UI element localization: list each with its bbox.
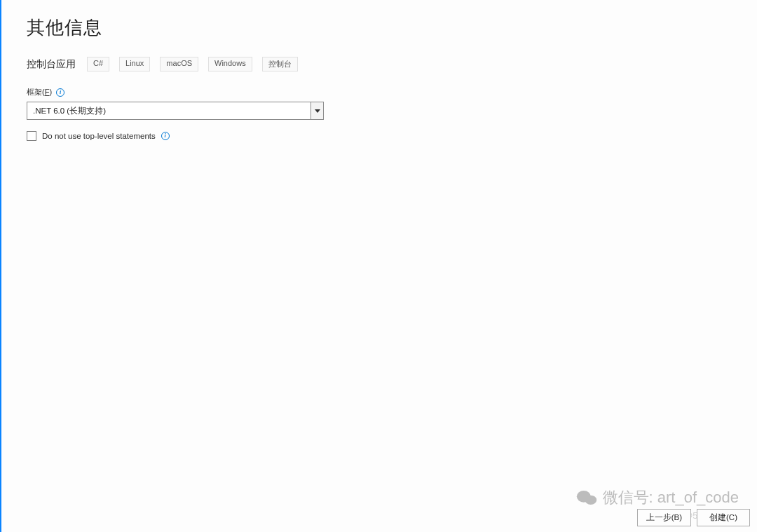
create-button[interactable]: 创建(C) bbox=[697, 509, 750, 526]
framework-dropdown-value: .NET 6.0 (长期支持) bbox=[27, 102, 311, 119]
project-tags: C# Linux macOS Windows 控制台 bbox=[87, 57, 298, 71]
tag-macos: macOS bbox=[160, 57, 198, 71]
tag-windows: Windows bbox=[208, 57, 252, 71]
tag-linux: Linux bbox=[119, 57, 150, 71]
framework-label-row: 框架(F) i bbox=[27, 87, 743, 97]
wizard-content: 其他信息 控制台应用 C# Linux macOS Windows 控制台 框架… bbox=[27, 15, 743, 141]
framework-label: 框架(F) bbox=[27, 87, 52, 97]
info-icon[interactable]: i bbox=[56, 88, 64, 97]
watermark-text: 微信号: art_of_code bbox=[603, 487, 739, 508]
chevron-down-icon bbox=[315, 109, 320, 113]
project-type-row: 控制台应用 C# Linux macOS Windows 控制台 bbox=[27, 57, 743, 71]
info-icon[interactable]: i bbox=[161, 132, 170, 140]
window-accent-bar bbox=[0, 0, 1, 532]
watermark: 微信号: art_of_code bbox=[576, 487, 739, 508]
wechat-icon bbox=[576, 487, 597, 508]
tag-console: 控制台 bbox=[262, 57, 298, 71]
tag-csharp: C# bbox=[87, 57, 109, 71]
framework-dropdown-button[interactable] bbox=[311, 102, 323, 119]
svg-point-0 bbox=[576, 491, 590, 503]
toplevel-checkbox[interactable] bbox=[27, 131, 36, 141]
framework-label-prefix: 框架( bbox=[27, 88, 45, 96]
framework-label-suffix: ) bbox=[49, 88, 52, 96]
wizard-footer: 上一步(B) 创建(C) bbox=[637, 509, 750, 526]
toplevel-checkbox-row: Do not use top-level statements i bbox=[27, 131, 743, 141]
svg-point-1 bbox=[585, 496, 596, 505]
back-button[interactable]: 上一步(B) bbox=[637, 509, 691, 526]
page-title: 其他信息 bbox=[27, 15, 743, 40]
project-type-label: 控制台应用 bbox=[27, 58, 76, 71]
framework-dropdown[interactable]: .NET 6.0 (长期支持) bbox=[27, 102, 324, 120]
toplevel-checkbox-label: Do not use top-level statements bbox=[42, 132, 156, 140]
